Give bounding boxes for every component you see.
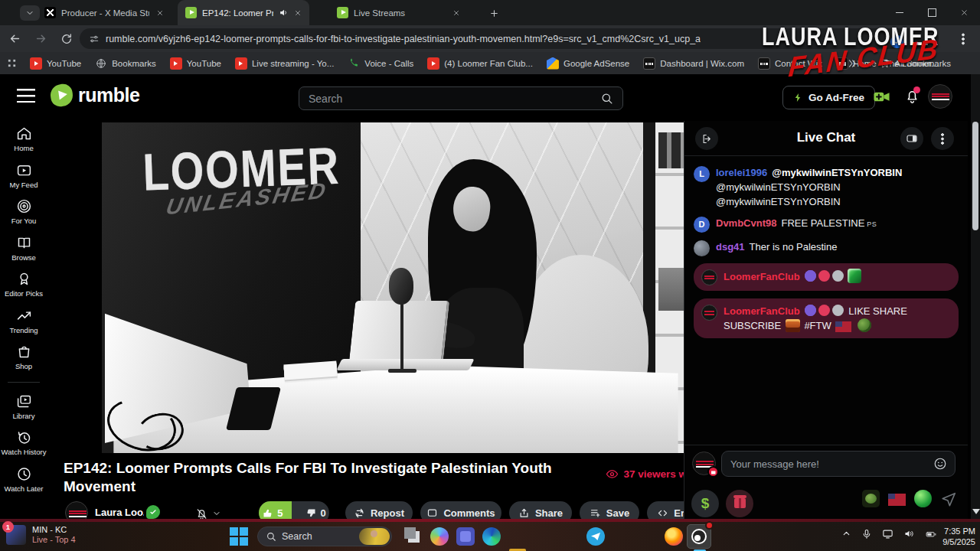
scrollbar-down-arrow[interactable] [972,509,980,514]
volume-icon[interactable] [903,528,915,540]
sidebar-item-home[interactable]: Home [1,126,47,153]
tab-close-icon[interactable] [294,7,302,19]
send-message-icon[interactable] [940,491,957,507]
tab-live-streams[interactable]: Live Streams [329,0,475,25]
bookmark-live-streaming[interactable]: Live streaming - Yo... [228,57,341,70]
chat-message-box[interactable] [721,451,956,477]
chat-menu-button[interactable] [931,127,954,150]
copilot-icon[interactable] [430,527,449,546]
tab-close-icon[interactable] [450,7,462,19]
address-bar[interactable]: rumble.com/v6yjzh6-ep142-loomer-prompts-… [80,28,939,49]
scrollbar-thumb[interactable] [972,122,978,230]
sidebar-item-watch-later[interactable]: Watch Later [1,466,47,494]
teams-icon[interactable] [456,527,475,546]
green-gem-emote-shortcut[interactable] [914,490,932,507]
tab-close-icon[interactable] [155,7,165,19]
comments-label: Comments [443,507,495,519]
tab-producer[interactable]: Producer - X Media Studio [37,0,173,25]
taskbar-search[interactable]: Search [257,527,392,546]
chat-username[interactable]: dsg41 [716,241,745,253]
rumble-search-input[interactable] [299,93,600,105]
file-explorer-icon[interactable] [508,546,527,551]
us-flag-emote-shortcut[interactable] [888,494,906,506]
taskbar-clock[interactable]: 7:35 PM 9/5/2025 [942,526,975,547]
avatar[interactable]: L [694,166,710,182]
notifications-bell-icon[interactable] [904,88,920,104]
new-tab-button[interactable] [485,5,502,21]
sidebar-item-my-feed[interactable]: My Feed [1,162,47,190]
avatar[interactable] [701,305,717,321]
avatar[interactable] [701,269,717,285]
search-highlight-thumbnail[interactable] [359,528,390,545]
obs-studio-active[interactable] [687,524,711,549]
reload-button[interactable] [55,28,78,50]
user-avatar[interactable] [928,84,952,109]
tab-audio-icon[interactable] [279,8,289,18]
bookmark-youtube[interactable]: YouTube [23,57,88,70]
edge-icon[interactable] [482,527,501,546]
chat-username[interactable]: LoomerFanClub [724,271,800,282]
window-minimize-button[interactable] [884,0,916,25]
avatar[interactable] [694,240,710,256]
task-view-button[interactable] [404,527,423,546]
bookmark-bookmarks[interactable]: Bookmarks [88,57,163,70]
taskbar-widget[interactable]: 1 MIN - KC Live - Top 4 [6,525,76,545]
firefox-icon[interactable] [665,527,683,546]
profile-check-badge[interactable] [890,35,903,48]
rant-dollar-button[interactable]: $ [691,490,719,517]
chat-username[interactable]: LoomerFanClub [724,305,800,317]
chat-popout-button[interactable] [900,127,923,150]
sidebar-item-trending[interactable]: Trending [1,308,47,335]
sidebar-item-shop[interactable]: Shop [1,344,47,371]
browser-menu-icon[interactable] [962,33,972,45]
search-icon[interactable] [600,92,613,105]
bookmark-youtube-2[interactable]: YouTube [163,57,228,70]
upload-video-icon[interactable] [871,88,892,106]
page-scrollbar[interactable] [971,74,980,522]
bookmark-adsense[interactable]: Google AdSense [540,57,636,70]
start-button[interactable] [230,527,248,546]
forward-button[interactable] [29,28,52,50]
bookmarks-overflow-chevron[interactable] [847,58,858,69]
frog-emote-shortcut[interactable] [862,490,880,507]
sidebar-label: Editor Picks [5,290,43,298]
bookmark-loomer-fan-club[interactable]: (4) Loomer Fan Club... [420,57,540,70]
bookmark-voice-calls[interactable]: Voice - Calls [341,57,420,70]
chat-username[interactable]: lorelei1996 [716,167,767,178]
microphone-icon[interactable] [861,529,872,540]
hamburger-menu-icon[interactable] [17,89,35,103]
site-info-icon[interactable] [89,34,100,44]
clock-icon [16,466,32,482]
avatar[interactable]: D [694,217,710,233]
battery-icon[interactable] [925,529,937,540]
rumble-logo[interactable]: rumble [51,84,139,106]
rant-badge-icon [707,466,719,478]
bookmark-wix-dashboard[interactable]: Dashboard | Wix.com [636,57,751,70]
chat-message: dsg41Ther is no Palestine [694,240,960,256]
tray-chevron-up-icon[interactable] [841,529,851,539]
sidebar-item-browse[interactable]: Browse [1,235,47,262]
bookmark-contact-wix[interactable]: Contact Wix [751,57,829,70]
sidebar-item-for-you[interactable]: For You [1,198,47,226]
video-player[interactable]: LOOMER UNLEASHED [57,122,731,453]
gift-sub-button[interactable] [726,490,753,517]
cast-screen-icon[interactable] [882,528,893,540]
tab-ep142-active[interactable]: EP142: Loomer Prompts Cal [178,0,309,25]
chat-username[interactable]: DvmbCvnt98 [716,217,776,229]
sidebar-item-editor-picks[interactable]: Editor Picks [1,271,47,298]
sidebar-item-watch-history[interactable]: Watch History [1,429,47,457]
telegram-icon[interactable] [586,527,605,546]
emoji-picker-icon[interactable] [933,457,947,471]
obs-icon [691,529,707,544]
sidebar-item-library[interactable]: Library [1,393,47,421]
all-bookmarks-button[interactable]: All Bookmarks [880,58,952,69]
apps-grid-icon[interactable] [0,58,23,68]
chat-message-input[interactable] [722,458,933,470]
channel-name[interactable]: Laura Loo... [95,507,144,518]
window-close-button[interactable] [948,0,980,25]
rumble-search-box[interactable] [299,86,623,110]
go-ad-free-button[interactable]: Go Ad-Free [782,86,875,109]
back-button[interactable] [3,28,26,50]
youtube-icon [427,57,439,70]
window-maximize-button[interactable] [916,0,948,25]
